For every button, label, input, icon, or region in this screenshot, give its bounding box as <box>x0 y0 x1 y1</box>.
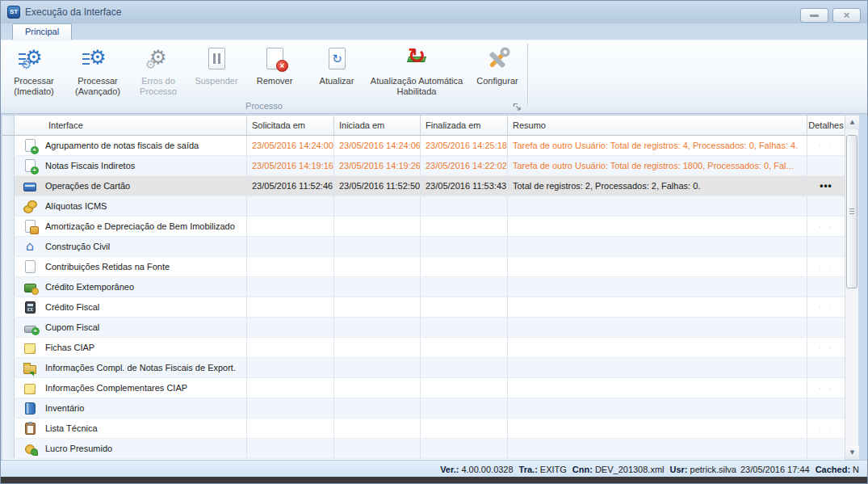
table-row[interactable]: Notas Fiscais Indiretos 23/05/2016 14:19… <box>2 156 858 176</box>
table-row[interactable]: Amortização e Depreciação de Bem Imobili… <box>2 217 858 237</box>
app-icon: ST <box>7 6 20 19</box>
table-row[interactable]: Agrupamento de notas fiscais de saída 23… <box>2 136 858 156</box>
solicitada-em-value <box>247 297 334 317</box>
finalizada-em-value <box>421 196 508 216</box>
detalhes-cell: · · <box>807 156 845 175</box>
header-resumo[interactable]: Resumo <box>508 116 807 135</box>
table-row[interactable]: Lista Técnica · · <box>2 419 858 439</box>
row-indicator <box>2 136 15 155</box>
folder-export-icon <box>23 365 36 374</box>
table-row[interactable]: Construção Civil · · <box>2 237 858 257</box>
row-indicator <box>2 176 15 196</box>
finalizada-em-value <box>421 358 508 377</box>
table-row[interactable]: Crédito Fiscal · · <box>2 297 858 318</box>
header-interface[interactable]: Interface <box>15 116 247 135</box>
header-detalhes[interactable]: Detalhes <box>807 116 845 135</box>
interface-name: Informações Compl. de Notas Fiscais de E… <box>45 358 236 377</box>
details-placeholder: · · <box>819 364 833 372</box>
processar-avancado-button[interactable]: ⚙ Processar (Avançado) <box>65 43 130 104</box>
status-cached-value: N <box>853 465 859 474</box>
details-placeholder: · · <box>819 283 833 292</box>
finalizada-em-value: 23/05/2016 14:22:02 <box>421 156 508 175</box>
table-row[interactable]: Lucro Presumido · · <box>2 439 858 459</box>
iniciada-em-value <box>334 398 421 418</box>
table-row[interactable]: Informações Complementares CIAP · · <box>2 378 858 398</box>
scroll-up-button[interactable]: ▲ <box>845 116 859 129</box>
atualizar-button[interactable]: ↻ Atualizar <box>308 43 366 104</box>
finalizada-em-value <box>421 277 508 297</box>
finalizada-em-value <box>421 318 508 337</box>
iniciada-em-value <box>334 318 421 337</box>
status-cnn-value: DEV_201308.xml <box>595 465 665 474</box>
resumo-value: Tarefa de outro Usuário: Total de regist… <box>508 156 807 175</box>
details-placeholder: · · <box>819 444 833 453</box>
table-row[interactable]: Crédito Extemporâneo · · <box>2 277 858 297</box>
solicitada-em-value <box>247 419 334 438</box>
desktop-strip <box>1 477 867 483</box>
detalhes-cell: ••• <box>807 176 845 196</box>
solicitada-em-value: 23/05/2016 14:19:16 <box>247 156 334 175</box>
details-placeholder: · · <box>819 162 833 170</box>
table-row[interactable]: Operações de Cartão 23/05/2016 11:52:46 … <box>2 176 858 196</box>
detalhes-cell: · · <box>807 277 845 297</box>
tab-principal[interactable]: Principal <box>12 23 72 40</box>
button-label: Processar (Imediato) <box>2 76 65 97</box>
detalhes-cell: · · <box>807 136 845 155</box>
close-button[interactable]: × <box>832 8 861 23</box>
interface-name: Contribuições Retidas na Fonte <box>45 257 170 276</box>
resumo-value <box>508 439 807 458</box>
table-row[interactable]: Contribuições Retidas na Fonte · · <box>2 257 858 277</box>
detalhes-cell: · · <box>807 338 845 357</box>
row-indicator <box>2 217 15 236</box>
button-label: Atualização Automática Habilitada <box>366 76 468 97</box>
solicitada-em-value <box>247 398 334 418</box>
scroll-down-button[interactable]: ▼ <box>845 446 859 460</box>
finalizada-em-value: 23/05/2016 14:25:18 <box>421 136 508 155</box>
processar-imediato-button[interactable]: ⚙ ⚙ Processar (Imediato) <box>2 43 65 104</box>
receipt-add-icon <box>24 326 36 333</box>
table-row[interactable]: Cupom Fiscal · · <box>2 318 858 338</box>
finalizada-em-value <box>421 338 508 357</box>
window-title: Execução da Interface <box>25 6 121 18</box>
minimize-button[interactable] <box>800 8 828 23</box>
sticky-note-icon <box>24 343 36 354</box>
detalhes-cell: · · <box>807 439 845 458</box>
details-placeholder: · · <box>819 242 833 251</box>
row-indicator <box>2 196 15 216</box>
resumo-value <box>508 217 807 236</box>
document-add-icon <box>25 159 36 172</box>
header-finalizada-em[interactable]: Finalizada em <box>421 116 508 135</box>
solicitada-em-value <box>247 318 334 337</box>
table-row[interactable]: Informações Compl. de Notas Fiscais de E… <box>2 358 858 378</box>
header-iniciada-em[interactable]: Iniciada em <box>334 116 421 135</box>
finalizada-em-value <box>421 439 508 458</box>
status-cnn-label: Cnn: <box>572 465 593 474</box>
atualizacao-automatica-button[interactable]: ↻ Atualização Automática Habilitada <box>366 43 468 104</box>
header-indicator <box>2 116 15 135</box>
app-window: ST Execução da Interface × Principal ⚙ ⚙… <box>0 0 868 484</box>
dialog-launcher-icon[interactable] <box>513 100 522 109</box>
detalhes-cell: · · <box>807 257 845 276</box>
iniciada-em-value: 23/05/2016 14:24:06 <box>334 136 421 155</box>
coins-icon <box>23 200 37 213</box>
configurar-button[interactable]: Configurar <box>468 43 527 104</box>
solicitada-em-value <box>247 237 334 256</box>
details-button[interactable]: ••• <box>820 180 832 191</box>
table-row[interactable]: Alíquotas ICMS · · <box>2 196 858 217</box>
iniciada-em-value <box>334 217 421 236</box>
interface-name: Alíquotas ICMS <box>45 196 107 216</box>
row-indicator <box>2 439 15 458</box>
iniciada-em-value <box>334 257 421 276</box>
header-solicitada-em[interactable]: Solicitada em <box>247 116 334 135</box>
table-row[interactable]: Inventário · · <box>2 398 858 419</box>
status-ver-label: Ver.: <box>440 465 459 474</box>
finalizada-em-value <box>421 378 508 398</box>
table-row[interactable]: Fichas CIAP · · <box>2 338 858 358</box>
iniciada-em-value <box>334 196 421 216</box>
button-label: Processar (Avançado) <box>65 76 130 97</box>
resumo-value: Tarefa de outro Usuário: Total de regist… <box>508 136 807 155</box>
details-placeholder: · · <box>819 323 833 332</box>
scroll-thumb[interactable] <box>846 135 858 288</box>
remover-button[interactable]: × Remover <box>246 43 303 104</box>
run-gear-icon: ⚙ <box>82 45 114 74</box>
